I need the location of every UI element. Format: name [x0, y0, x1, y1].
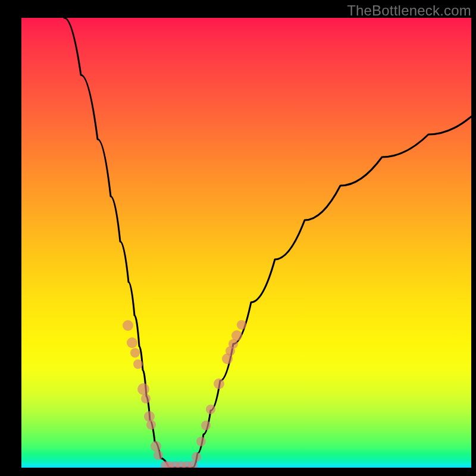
- curve-layer: [21, 18, 471, 468]
- right-curve: [193, 117, 471, 468]
- highlight-dot: [201, 421, 211, 430]
- highlight-dot: [154, 450, 163, 460]
- highlight-dots: [123, 320, 246, 468]
- highlight-dot: [206, 405, 215, 414]
- chart-frame: TheBottleneck.com: [0, 0, 476, 476]
- watermark-text: TheBottleneck.com: [347, 2, 471, 19]
- highlight-dot: [133, 359, 143, 369]
- highlight-dot: [196, 437, 206, 446]
- highlight-dot: [141, 394, 151, 403]
- highlight-dot: [127, 337, 137, 348]
- highlight-dot: [146, 420, 156, 430]
- highlight-dot: [231, 330, 242, 341]
- plot-area: [21, 18, 471, 468]
- highlight-dot: [151, 441, 161, 452]
- highlight-dot: [214, 378, 224, 389]
- highlight-dot: [123, 320, 133, 331]
- highlight-dot: [192, 452, 201, 462]
- left-curve: [64, 18, 169, 468]
- highlight-dot: [130, 348, 140, 358]
- highlight-dot: [137, 383, 149, 395]
- highlight-dot: [144, 411, 155, 422]
- highlight-dot: [237, 320, 246, 330]
